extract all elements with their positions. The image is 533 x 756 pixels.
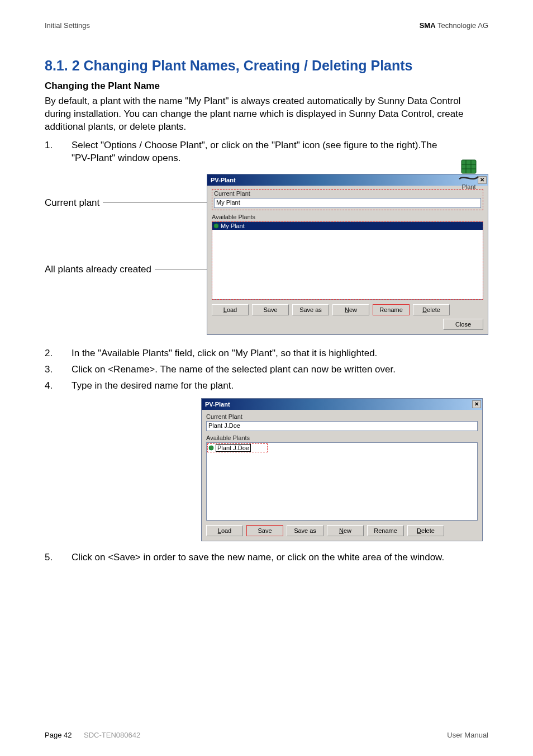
step-4-text: Type in the desired name for the plant. xyxy=(72,380,488,393)
intro-paragraph: By default, a plant with the name "My Pl… xyxy=(45,95,488,134)
plant-node-icon xyxy=(213,223,219,229)
plant-node-icon xyxy=(208,445,214,451)
step-3-text: Click on <Rename>. The name of the selec… xyxy=(72,363,488,376)
step-number-3: 3. xyxy=(45,363,72,376)
step-number-4: 4. xyxy=(45,380,72,393)
win2-list-item-editing[interactable]: Plant J.Doe xyxy=(207,443,268,452)
section-title: 8.1. 2 Changing Plant Names, Creating / … xyxy=(45,58,488,74)
win2-load-button[interactable]: Load xyxy=(206,525,243,536)
pv-plant-window-1: PV-Plant ✕ Current Plant My Plant Availa… xyxy=(207,174,488,335)
plant-icon-caption: Plant xyxy=(456,183,482,190)
win1-close-button[interactable]: Close xyxy=(443,319,483,330)
win1-save-button[interactable]: Save xyxy=(252,304,289,315)
step-2-text: In the "Available Plants" field, click o… xyxy=(72,347,488,360)
win2-rename-button[interactable]: Rename xyxy=(367,525,404,536)
plant-toolbar-icon: Plant xyxy=(456,158,482,190)
svg-rect-0 xyxy=(461,160,476,173)
win2-save-button[interactable]: Save xyxy=(246,525,283,536)
step-1-text: Select "Options / Choose Plant", or clic… xyxy=(72,139,488,165)
step-number-2: 2. xyxy=(45,347,72,360)
footer-left: Page 42 SDC-TEN080642 xyxy=(45,731,140,739)
pv-plant-window-2: PV-Plant ✕ Current Plant Plant J.Doe Ava… xyxy=(201,398,483,541)
win1-saveas-button[interactable]: Save as xyxy=(292,304,329,315)
win1-current-plant-field[interactable]: My Plant xyxy=(214,198,481,208)
win1-available-plants-list[interactable]: My Plant xyxy=(212,221,483,300)
win2-new-button[interactable]: New xyxy=(327,525,364,536)
win1-new-button[interactable]: New xyxy=(332,304,369,315)
window2-close-icon[interactable]: ✕ xyxy=(472,400,481,408)
header-right: SMA Technologie AG xyxy=(420,21,488,30)
win1-list-item-label: My Plant xyxy=(221,223,245,229)
step-5-text: Click on <Save> in order to save the new… xyxy=(72,551,488,564)
win2-current-plant-label: Current Plant xyxy=(206,413,478,420)
win2-delete-button[interactable]: Delete xyxy=(407,525,444,536)
plant-icon xyxy=(456,158,482,182)
win1-load-button[interactable]: Load xyxy=(212,304,249,315)
svg-point-5 xyxy=(214,224,218,228)
callout-all-plants: All plants already created xyxy=(45,263,155,276)
win1-current-plant-label: Current Plant xyxy=(214,190,481,197)
callout-current-plant: Current plant xyxy=(45,197,103,209)
win1-delete-button[interactable]: Delete xyxy=(413,304,450,315)
step-number-1: 1. xyxy=(45,139,72,165)
window2-title: PV-Plant xyxy=(205,401,230,408)
win2-available-plants-list[interactable]: Plant J.Doe xyxy=(206,442,478,521)
win1-list-item-myplant[interactable]: My Plant xyxy=(212,222,483,230)
win2-list-item-editbox[interactable]: Plant J.Doe xyxy=(216,444,251,452)
footer-code: SDC-TEN080642 xyxy=(84,731,140,739)
win1-rename-button[interactable]: Rename xyxy=(373,304,410,315)
header-brand: SMA xyxy=(420,21,436,30)
section-subtitle: Changing the Plant Name xyxy=(45,81,488,92)
window1-title: PV-Plant xyxy=(211,177,236,183)
step-number-5: 5. xyxy=(45,551,72,564)
win2-current-plant-field[interactable]: Plant J.Doe xyxy=(206,421,478,431)
footer-right: User Manual xyxy=(447,731,488,739)
header-left: Initial Settings xyxy=(45,21,90,30)
footer-page: Page 42 xyxy=(45,731,72,739)
svg-point-6 xyxy=(209,446,213,450)
win2-available-plants-label: Available Plants xyxy=(206,434,478,441)
header-company: Technologie AG xyxy=(436,21,488,30)
win1-available-plants-label: Available Plants xyxy=(212,214,483,220)
win2-saveas-button[interactable]: Save as xyxy=(287,525,323,536)
